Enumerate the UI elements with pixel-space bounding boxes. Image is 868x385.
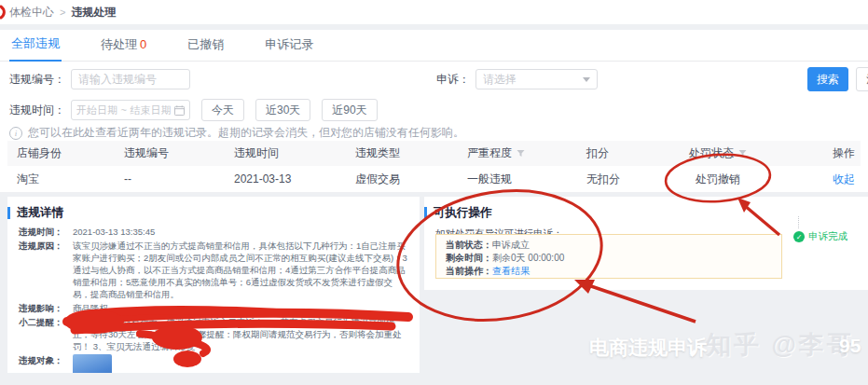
cell-type: 虚假交易 <box>346 172 458 187</box>
appeal-remain-row: 剩余时间：剩余0天 00:00:00 <box>446 252 772 265</box>
table-row: 淘宝 -- 2021-03-13 虚假交易 一般违规 无扣分 处罚撤销 收起 <box>7 166 861 192</box>
detail-time-row: 违规时间： 2021-03-13 13:35:45 <box>7 226 420 238</box>
detail-title-text: 违规详情 <box>17 205 63 221</box>
watermark: 知乎 @李哥 电商违规申诉 95 <box>589 328 868 367</box>
th-shop: 店铺身份 <box>7 145 115 161</box>
quick-90days-button[interactable]: 近90天 <box>322 99 377 121</box>
appeal-status-label: 当前状态： <box>446 240 492 250</box>
th-severity-label: 严重程度 <box>467 145 512 161</box>
th-violation-no: 违规编号 <box>115 145 225 161</box>
quick-today-button[interactable]: 今天 <box>201 99 244 121</box>
tab-bar: 全部违规 待处理0 已撤销 申诉记录 <box>0 30 868 62</box>
tab-revoked[interactable]: 已撤销 <box>186 36 226 61</box>
timeline-dotted-line <box>798 216 799 228</box>
clear-button[interactable]: 清空 <box>856 67 868 91</box>
th-time: 违规时间 <box>225 145 346 161</box>
cell-status: 处罚撤销 <box>648 172 788 187</box>
tab-pending[interactable]: 待处理0 <box>99 36 148 61</box>
violation-time-label: 违规时间： <box>9 103 65 118</box>
chevron-down-icon <box>583 77 590 82</box>
step-done-label: 申诉完成 <box>808 230 847 243</box>
violation-no-label: 违规编号： <box>9 72 65 88</box>
tab-appeal-records-label: 申诉记录 <box>265 37 313 51</box>
view-result-link[interactable]: 查看结果 <box>492 266 530 276</box>
notice-row: i 您可以在此处查看近两年的违规记录。超期的记录会消失，但对您的店铺没有任何影响… <box>9 125 464 141</box>
violation-detail-panel: 违规详情 违规时间： 2021-03-13 13:35:45 违规原因： 该宝贝… <box>7 197 420 373</box>
search-button[interactable]: 搜索 <box>807 67 848 91</box>
appeal-remain-value: 剩余0天 00:00:00 <box>492 253 564 263</box>
filter-row-2: 违规时间： 开始日期 ~ 结束日期 今天 近30天 近90天 <box>0 99 378 121</box>
available-actions-panel: 可执行操作 如对处罚有异议可进行申诉： 当前状态：申诉成立 剩余时间：剩余0天 … <box>424 197 868 290</box>
detail-reason-label: 违规原因： <box>19 240 73 300</box>
date-start-placeholder: 开始日期 <box>76 103 117 117</box>
detail-object-row: 违规对象： <box>7 354 420 373</box>
appeal-operation-row: 当前操作：查看结果 <box>446 265 772 278</box>
violation-item-thumbnail[interactable] <box>73 354 112 373</box>
title-accent-bar <box>7 207 10 219</box>
th-action: 操作 <box>788 145 861 161</box>
detail-time-value: 2021-03-13 13:35:45 <box>73 226 408 238</box>
cell-severity: 一般违规 <box>458 172 577 187</box>
quick-30days-button[interactable]: 近30天 <box>255 99 310 121</box>
detail-impact-label: 违规影响： <box>19 302 73 314</box>
date-end-placeholder: 结束日期 <box>130 103 171 117</box>
tab-revoked-label: 已撤销 <box>187 37 224 51</box>
watermark-front-text: 电商违规申诉 <box>589 335 707 361</box>
breadcrumb-separator: > <box>60 7 65 18</box>
notice-text: 您可以在此处查看近两年的违规记录。超期的记录会消失，但对您的店铺没有任何影响。 <box>28 125 464 141</box>
date-range-picker[interactable]: 开始日期 ~ 结束日期 <box>71 100 190 120</box>
actions-panel-title: 可执行操作 <box>424 197 868 226</box>
detail-object-label: 违规对象： <box>19 354 73 373</box>
tab-appeal-records[interactable]: 申诉记录 <box>263 36 315 61</box>
appeal-label: 申诉： <box>436 72 470 88</box>
calendar-icon <box>174 105 185 116</box>
detail-reminder-value: 1、若无虚假交易行为，建议通过申诉入口申诉！ 2、若有虚假交易行为建议立即停止，… <box>73 316 408 352</box>
violation-card: 全部违规 待处理0 已撤销 申诉记录 违规编号： 申诉： 请选择 搜索 清空 违… <box>0 30 868 192</box>
collapse-link[interactable]: 收起 <box>833 172 855 187</box>
title-accent-bar <box>424 207 427 219</box>
detail-impact-row: 违规影响： 商品降权 <box>7 302 420 314</box>
cell-time: 2021-03-13 <box>225 172 346 186</box>
appeal-operation-label: 当前操作： <box>446 266 492 276</box>
appeal-remain-label: 剩余时间： <box>446 253 492 263</box>
th-status: 处罚状态 <box>648 145 788 161</box>
appeal-arrow-line <box>591 286 696 322</box>
appeal-status-value: 申诉成立 <box>492 240 530 250</box>
cell-violation-no: -- <box>115 172 225 186</box>
watermark-tail-text: 95 <box>839 335 861 357</box>
filter-icon[interactable] <box>738 149 747 158</box>
detail-reason-value: 该宝贝涉嫌通过不正当的方式提高销量和信用，具体包括以下几种行为：1自己注册买家账… <box>73 240 408 300</box>
tab-all-violations-label: 全部违规 <box>11 36 60 50</box>
cell-shop: 淘宝 <box>7 172 115 187</box>
filter-icon[interactable] <box>517 149 525 158</box>
detail-impact-value: 商品降权 <box>73 302 408 314</box>
appeal-step-done: ✓ 申诉完成 <box>793 230 847 243</box>
cell-points: 无扣分 <box>577 172 648 187</box>
appeal-select[interactable]: 请选择 <box>475 69 598 89</box>
th-severity: 严重程度 <box>458 145 577 161</box>
breadcrumb-current: 违规处理 <box>71 5 116 21</box>
check-circle-icon: ✓ <box>793 231 805 242</box>
th-status-label: 处罚状态 <box>689 145 734 161</box>
th-points: 扣分 <box>577 145 648 161</box>
appeal-status-row: 当前状态：申诉成立 <box>446 239 772 252</box>
watermark-back-text: 知乎 @李哥 <box>706 328 855 362</box>
detail-reminder-row: 小二提醒： 1、若无虚假交易行为，建议通过申诉入口申诉！ 2、若有虚假交易行为建… <box>7 316 420 352</box>
violation-no-input[interactable] <box>71 69 190 89</box>
pending-count-badge: 0 <box>140 37 146 51</box>
date-separator: ~ <box>121 104 127 116</box>
tab-pending-label: 待处理 <box>101 37 137 51</box>
breadcrumb: 体检中心 > 违规处理 <box>0 0 868 24</box>
detail-reason-row: 违规原因： 该宝贝涉嫌通过不正当的方式提高销量和信用，具体包括以下几种行为：1自… <box>7 240 420 300</box>
th-type: 违规类型 <box>346 145 458 161</box>
appeal-select-placeholder: 请选择 <box>483 72 517 88</box>
detail-time-label: 违规时间： <box>19 226 73 238</box>
filter-row-1: 违规编号： 申诉： 请选择 搜索 清空 <box>0 69 868 89</box>
appeal-status-box: 当前状态：申诉成立 剩余时间：剩余0天 00:00:00 当前操作：查看结果 <box>435 234 782 279</box>
info-icon: i <box>9 127 22 140</box>
detail-reminder-label: 小二提醒： <box>19 316 73 352</box>
table-header: 店铺身份 违规编号 违规时间 违规类型 严重程度 扣分 处罚状态 操作 <box>7 141 861 166</box>
breadcrumb-root[interactable]: 体检中心 <box>9 5 54 21</box>
actions-title-text: 可执行操作 <box>434 205 492 221</box>
tab-all-violations[interactable]: 全部违规 <box>9 35 62 62</box>
